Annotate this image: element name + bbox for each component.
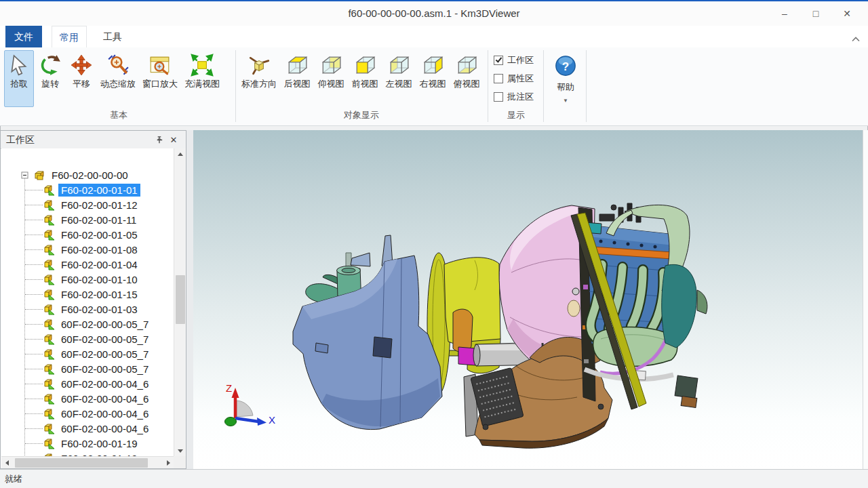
ribbon-button-left-view-cube[interactable]: 左视图 <box>382 50 415 107</box>
tree-connector <box>25 384 43 384</box>
tree-root-item[interactable]: F60-02-00-00-00 <box>1 167 131 182</box>
tree-item[interactable]: F60-02-00-01-04 <box>1 257 140 272</box>
tree-item-label: 60F-02-00-00-05_7 <box>58 363 151 375</box>
ribbon-button-pan[interactable]: 平移 <box>66 50 96 107</box>
pan-icon <box>70 54 93 77</box>
ribbon-button-back-view-cube[interactable]: 后视图 <box>281 50 313 107</box>
tree-item[interactable]: F60-02-00-01-15 <box>1 287 140 302</box>
pin-icon[interactable] <box>153 134 164 145</box>
ribbon-button-rotate[interactable]: 旋转 <box>35 50 65 107</box>
vertical-scroll-thumb[interactable] <box>176 275 185 324</box>
tree-connector <box>25 190 43 190</box>
tree-connector <box>25 249 43 250</box>
tree-item[interactable]: F60-02-00-01-08 <box>1 242 140 257</box>
tree-connector <box>25 339 43 340</box>
tree-connector <box>25 354 43 354</box>
ribbon-separator <box>543 50 544 122</box>
workspace-panel: 工作区 ✕ F60-02-00-00-00F60-02-00-01-01F60-… <box>0 130 186 469</box>
standard-orientation-icon <box>248 54 271 77</box>
tree-item[interactable]: F60-02-00-01-12 <box>1 197 140 212</box>
svg-text:?: ? <box>562 60 569 73</box>
scroll-down-arrow[interactable] <box>174 445 186 456</box>
checkbox-properties[interactable]: 属性区 <box>494 73 534 85</box>
part-icon <box>43 408 56 420</box>
checkbox-icon[interactable] <box>494 56 503 65</box>
ribbon-button-front-view-cube[interactable]: 前视图 <box>349 50 381 107</box>
tree-item[interactable]: 60F-02-00-00-04_6 <box>1 421 151 436</box>
ribbon-button-fit-view[interactable]: 充满视图 <box>182 50 222 107</box>
ribbon-group-display: 工作区属性区批注区 显示 <box>491 47 541 123</box>
tree-item-selected[interactable]: F60-02-00-01-01 <box>1 182 140 197</box>
tree-item[interactable]: 60F-02-00-00-04_6 <box>1 391 151 406</box>
ribbon-group-object-display: 标准方向后视图仰视图前视图左视图右视图俯视图 对象显示 <box>239 47 484 123</box>
tree-connector <box>25 309 43 310</box>
window-title: f60-00-00-00-00.asm.1 - Km3DViewer <box>0 7 868 19</box>
part-icon <box>43 184 56 196</box>
scroll-right-arrow[interactable] <box>163 457 174 468</box>
minimize-button[interactable]: – <box>769 1 800 26</box>
viewport-3d[interactable]: Z X <box>193 130 863 469</box>
tree-item[interactable]: F60-02-00-01-19 <box>1 436 140 451</box>
ribbon-collapse-icon[interactable] <box>852 33 860 38</box>
window-controls: – □ ✕ <box>769 1 863 26</box>
button-label: 旋转 <box>41 79 59 89</box>
tree-item[interactable]: 60F-02-00-00-04_6 <box>1 376 151 391</box>
ribbon-button-top-view-cube[interactable]: 俯视图 <box>450 50 483 107</box>
maximize-button[interactable]: □ <box>800 1 831 26</box>
ribbon-button-window-zoom[interactable]: 窗口放大 <box>140 50 180 107</box>
scroll-up-arrow[interactable] <box>174 148 186 159</box>
tree-item[interactable]: F60-02-00-01-19 <box>1 451 140 456</box>
scrollbar-corner <box>174 456 186 468</box>
tree-item[interactable]: 60F-02-00-00-05_7 <box>1 361 151 376</box>
checkbox-icon[interactable] <box>494 74 503 83</box>
tree-item[interactable]: 60F-02-00-00-05_7 <box>1 317 151 331</box>
checkbox-icon[interactable] <box>494 92 503 102</box>
tab-file[interactable]: 文件 <box>5 26 42 47</box>
app-window: f60-00-00-00-00.asm.1 - Km3DViewer – □ ✕… <box>0 0 868 488</box>
tree-item[interactable]: F60-02-00-01-03 <box>1 302 140 317</box>
tree-item-label: 60F-02-00-00-04_6 <box>58 392 151 405</box>
tree-horizontal-scrollbar[interactable] <box>1 456 174 468</box>
tree-item-label: F60-02-00-01-04 <box>58 258 140 271</box>
tree-item[interactable]: F60-02-00-01-10 <box>1 272 140 287</box>
checkbox-annotations[interactable]: 批注区 <box>494 91 534 103</box>
group-label-object-display: 对象显示 <box>239 109 484 121</box>
tree-item-label: F60-02-00-01-05 <box>58 228 140 241</box>
tree-item-label: 60F-02-00-00-04_6 <box>58 378 151 390</box>
checkbox-workspace[interactable]: 工作区 <box>494 54 534 66</box>
tab-tools[interactable]: 工具 <box>96 26 129 47</box>
ribbon-button-standard-orientation[interactable]: 标准方向 <box>239 50 279 107</box>
button-label: 窗口放大 <box>142 79 178 89</box>
help-dropdown-icon[interactable]: ▼ <box>563 98 568 104</box>
horizontal-scroll-thumb[interactable] <box>15 458 148 468</box>
window-zoom-icon <box>149 54 172 77</box>
tab-common[interactable]: 常用 <box>52 26 87 47</box>
part-icon <box>43 348 56 360</box>
tree-item-label: F60-02-00-01-10 <box>58 273 140 286</box>
button-label: 左视图 <box>386 79 412 89</box>
tree-connector <box>25 443 43 444</box>
tree-vertical-scrollbar[interactable] <box>174 148 186 456</box>
panel-close-icon[interactable]: ✕ <box>168 134 179 145</box>
tree-item[interactable]: F60-02-00-01-05 <box>1 227 140 242</box>
close-button[interactable]: ✕ <box>831 1 863 26</box>
part-icon <box>43 244 56 256</box>
ribbon-button-pick-cursor[interactable]: 拾取 <box>4 50 34 107</box>
tree-connector <box>25 413 43 414</box>
ribbon-button-right-view-cube[interactable]: 右视图 <box>416 50 449 107</box>
tree-connector <box>25 279 43 280</box>
top-view-cube-icon <box>455 54 478 77</box>
ribbon-button-bottom-view-cube[interactable]: 仰视图 <box>315 50 347 107</box>
tree-item[interactable]: 60F-02-00-00-04_6 <box>1 406 151 421</box>
tree-item[interactable]: 60F-02-00-00-05_7 <box>1 346 151 361</box>
tree-connector <box>25 220 43 220</box>
expand-collapse-icon[interactable] <box>19 169 32 181</box>
assembly-icon <box>33 169 46 181</box>
tree-item[interactable]: 60F-02-00-00-05_7 <box>1 331 151 346</box>
scroll-left-arrow[interactable] <box>1 457 12 468</box>
tree-item[interactable]: F60-02-00-01-11 <box>1 212 139 227</box>
help-button[interactable]: ? 帮助 ▼ <box>547 50 585 121</box>
part-icon <box>43 304 56 315</box>
ribbon-button-dynamic-zoom[interactable]: 动态缩放 <box>98 50 138 107</box>
part-icon <box>43 229 56 241</box>
